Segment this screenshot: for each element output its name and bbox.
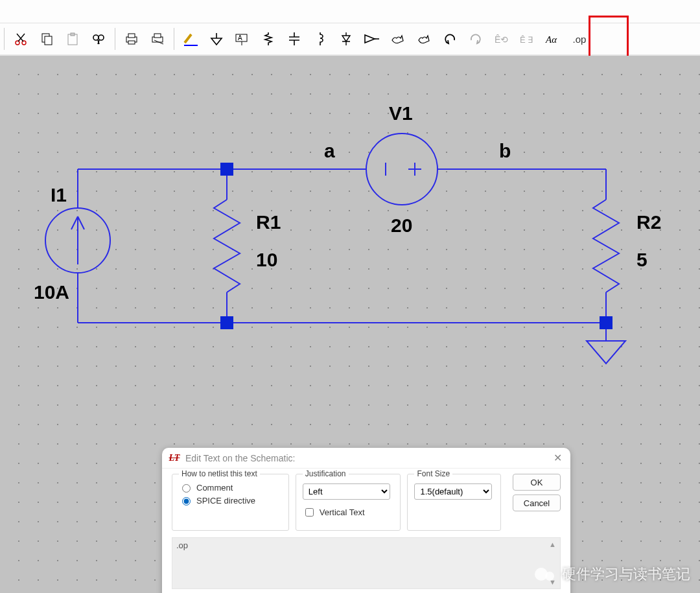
svg-point-6 (93, 35, 99, 40)
copy-icon[interactable] (36, 28, 58, 50)
label-R1-value: 10 (256, 249, 277, 271)
group-justification-title: Justification (303, 469, 349, 478)
cut-icon[interactable] (10, 28, 32, 50)
app-icon: LT (169, 452, 180, 464)
svg-point-7 (99, 35, 104, 40)
svg-rect-21 (220, 316, 233, 329)
group-netlist: How to netlist this text Comment SPICE d… (172, 474, 289, 531)
label-icon[interactable]: A (231, 28, 253, 50)
svg-rect-9 (128, 34, 135, 38)
group-justification: Justification Left Vertical Text (296, 474, 401, 531)
group-netlist-title: How to netlist this text (179, 469, 260, 478)
text-icon[interactable]: Aα (542, 28, 565, 50)
schematic-canvas[interactable]: I1 10A R1 10 V1 20 R2 5 a b LT Edit Text… (0, 56, 700, 593)
select-justification[interactable]: Left (303, 483, 390, 500)
op-icon[interactable]: .op (568, 28, 590, 50)
svg-point-1 (22, 41, 26, 45)
cancel-button[interactable]: Cancel (513, 494, 561, 511)
dialog-title: Edit Text on the Schematic: (185, 453, 546, 463)
group-font-size-title: Font Size (414, 469, 452, 478)
edit-text-dialog: LT Edit Text on the Schematic: ✕ How to … (162, 448, 570, 593)
ground-icon[interactable] (205, 28, 228, 50)
select-font-size[interactable]: 1.5(default) (414, 483, 492, 500)
capacitor-icon[interactable] (283, 28, 305, 50)
svg-text:A: A (238, 34, 242, 41)
svg-text:Ê ∃: Ê ∃ (520, 35, 533, 45)
dialog-close-button[interactable]: ✕ (551, 452, 564, 464)
label-R1-name: R1 (256, 211, 281, 233)
diode-icon[interactable] (335, 28, 357, 50)
svg-rect-3 (45, 36, 52, 45)
svg-text:Ê⟲: Ê⟲ (495, 34, 508, 45)
radio-spice-label: SPICE directive (196, 496, 255, 506)
print-setup-icon[interactable] (146, 28, 169, 50)
svg-rect-22 (600, 316, 612, 329)
directive-text: .op (176, 541, 549, 550)
op-icon-label: .op (573, 34, 587, 45)
label-V1-name: V1 (389, 102, 413, 124)
svg-point-19 (366, 134, 438, 205)
drag-icon[interactable] (413, 28, 435, 50)
radio-comment-label: Comment (196, 483, 233, 493)
directive-textarea[interactable]: .op ▲▼ (172, 537, 561, 589)
undo-icon[interactable] (439, 28, 461, 50)
watermark-text: 硬件学习与读书笔记 (562, 564, 690, 584)
radio-comment[interactable]: Comment (179, 482, 282, 493)
print-icon[interactable] (121, 28, 143, 50)
redo-icon[interactable] (465, 28, 487, 50)
rotate-icon[interactable]: Ê⟲ (491, 28, 513, 50)
radio-spice[interactable]: SPICE directive (179, 495, 282, 506)
resistor-icon[interactable] (257, 28, 279, 50)
svg-point-0 (16, 41, 19, 45)
checkbox-vertical-text[interactable]: Vertical Text (303, 506, 394, 518)
component-icon[interactable] (361, 28, 383, 50)
label-node-a: a (324, 140, 335, 162)
move-icon[interactable] (387, 28, 409, 50)
svg-rect-20 (220, 163, 233, 176)
label-I1-value: 10A (34, 281, 69, 303)
find-icon[interactable] (88, 28, 110, 50)
svg-text:Aα: Aα (545, 34, 557, 45)
paste-icon[interactable] (62, 28, 84, 50)
svg-rect-12 (154, 34, 161, 38)
checkbox-vertical-label: Vertical Text (320, 507, 365, 517)
mirror-icon[interactable]: Ê ∃ (517, 28, 539, 50)
svg-rect-5 (71, 33, 75, 36)
ok-button[interactable]: OK (513, 474, 561, 491)
draw-wire-icon[interactable] (180, 28, 202, 50)
label-I1-name: I1 (51, 184, 67, 206)
wechat-icon (535, 565, 557, 583)
group-font-size: Font Size 1.5(default) (407, 474, 501, 531)
inductor-icon[interactable] (309, 28, 331, 50)
watermark: 硬件学习与读书笔记 (535, 564, 690, 584)
label-V1-value: 20 (391, 215, 412, 237)
label-node-b: b (499, 140, 511, 162)
toolbar: A Ê⟲ Ê ∃ Aα .op (0, 23, 700, 56)
label-R2-value: 5 (636, 249, 648, 271)
svg-rect-10 (128, 41, 135, 44)
label-R2-name: R2 (636, 211, 661, 233)
